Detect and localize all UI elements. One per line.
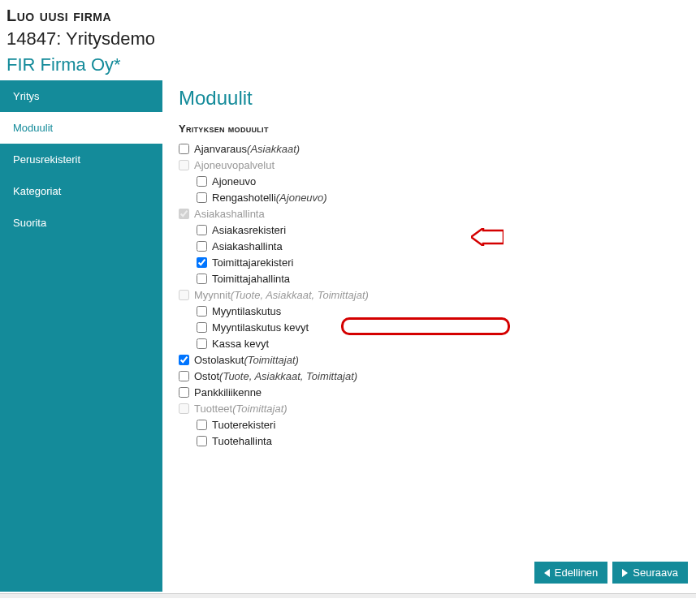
module-checkbox-pankkiliikenne[interactable]	[179, 387, 189, 398]
module-label: Ajoneuvo	[212, 174, 256, 189]
prev-button[interactable]: Edellinen	[534, 562, 608, 584]
module-row-ostolaskut: Ostolaskut (Toimittajat)	[179, 352, 680, 368]
module-label: Tuotehallinta	[212, 433, 272, 449]
sidebar-item-label: Perusrekisterit	[13, 153, 80, 166]
module-checkbox-rengashotelli[interactable]	[197, 192, 207, 203]
module-checkbox-myynnit	[179, 290, 189, 300]
module-label: Myyntilaskutus kevyt	[212, 320, 309, 335]
sidebar-item-moduulit[interactable]: Moduulit	[0, 112, 162, 144]
module-checkbox-kassa-kevyt[interactable]	[197, 338, 207, 349]
module-label: Tuoterekisteri	[212, 417, 275, 433]
sidebar-item-kategoriat[interactable]: Kategoriat	[0, 175, 162, 207]
module-row-kassa-kevyt: Kassa kevyt	[197, 336, 680, 351]
module-checkbox-myyntilaskutus[interactable]	[197, 306, 207, 317]
module-row-tuotehallinta: Tuotehallinta	[197, 433, 680, 449]
module-checkbox-ostolaskut[interactable]	[179, 355, 189, 365]
sidebar: YritysModuulitPerusrekisteritKategoriatS…	[0, 80, 162, 592]
module-label: Asiakashallinta	[212, 239, 283, 254]
module-label: Rengashotelli	[212, 190, 276, 205]
module-label: Asiakashallinta	[194, 206, 265, 222]
annotation-highlight-ostolaskut	[341, 317, 510, 335]
module-label: Ostolaskut	[194, 352, 244, 368]
module-row-ajanvaraus: Ajanvaraus (Asiakkaat)	[179, 141, 680, 157]
content-area: Moduulit Yrityksen moduulit Ajanvaraus (…	[162, 80, 696, 592]
module-row-tuotteet: Tuotteet (Toimittajat)	[179, 401, 680, 416]
sidebar-item-perusrekisterit[interactable]: Perusrekisterit	[0, 144, 162, 175]
bottom-divider	[0, 593, 696, 598]
sidebar-item-suorita[interactable]: Suorita	[0, 207, 162, 239]
next-button[interactable]: Seuraava	[612, 562, 688, 584]
module-row-ajoneuvopalvelut: Ajoneuvopalvelut	[179, 157, 680, 173]
module-row-toimittajarekisteri: Toimittajarekisteri	[197, 255, 680, 270]
company-name: FIR Firma Oy*	[6, 54, 690, 75]
module-row-ostot: Ostot (Tuote, Asiakkaat, Toimittajat)	[179, 368, 680, 384]
module-checkbox-tuoterekisteri[interactable]	[197, 420, 207, 430]
module-label: Ostot	[194, 368, 219, 384]
sidebar-item-label: Suorita	[13, 217, 46, 229]
module-checkbox-asiakasrekisteri[interactable]	[197, 225, 207, 235]
module-checkbox-myyntilaskutus-kevyt[interactable]	[197, 322, 207, 333]
module-row-rengashotelli: Rengashotelli (Ajoneuvo)	[197, 190, 680, 205]
company-id: 14847: Yritysdemo	[6, 28, 690, 50]
module-row-asiakashallinta-top: Asiakashallinta	[179, 206, 680, 222]
module-row-pankkiliikenne: Pankkiliikenne	[179, 385, 680, 400]
page-title: Luo uusi firma	[6, 6, 690, 25]
module-label: Toimittajahallinta	[212, 271, 290, 286]
module-label: Ajoneuvopalvelut	[194, 157, 275, 173]
sidebar-item-label: Moduulit	[13, 122, 53, 134]
module-checkbox-asiakashallinta-top	[179, 209, 189, 219]
module-dependency: (Toimittajat)	[244, 352, 298, 368]
module-label: Tuotteet	[194, 401, 232, 416]
footer-buttons: Edellinen Seuraava	[534, 562, 688, 584]
content-title: Moduulit	[179, 87, 680, 110]
module-row-asiakasrekisteri: Asiakasrekisteri	[197, 222, 680, 238]
page-header: Luo uusi firma 14847: Yritysdemo FIR Fir…	[0, 0, 696, 80]
module-label: Ajanvaraus	[194, 141, 247, 157]
module-dependency: (Tuote, Asiakkaat, Toimittajat)	[231, 287, 369, 303]
module-label: Myyntilaskutus	[212, 304, 281, 319]
module-dependency: (Ajoneuvo)	[276, 190, 327, 205]
section-label: Yrityksen moduulit	[179, 123, 680, 135]
module-checkbox-toimittajahallinta[interactable]	[197, 274, 207, 284]
module-checkbox-ajanvaraus[interactable]	[179, 144, 189, 154]
module-label: Myynnit	[194, 287, 231, 303]
module-checkbox-tuotehallinta[interactable]	[197, 436, 207, 446]
module-row-myynnit: Myynnit (Tuote, Asiakkaat, Toimittajat)	[179, 287, 680, 303]
module-label: Pankkiliikenne	[194, 385, 262, 400]
sidebar-item-label: Kategoriat	[13, 185, 61, 197]
module-dependency: (Toimittajat)	[232, 401, 287, 416]
module-row-tuoterekisteri: Tuoterekisteri	[197, 417, 680, 433]
module-row-ajoneuvo: Ajoneuvo	[197, 174, 680, 189]
module-checkbox-ajoneuvo[interactable]	[197, 176, 207, 187]
next-button-label: Seuraava	[633, 566, 678, 579]
module-checkbox-asiakashallinta[interactable]	[197, 241, 207, 252]
module-dependency: (Tuote, Asiakkaat, Toimittajat)	[219, 368, 357, 384]
module-tree: Ajanvaraus (Asiakkaat)AjoneuvopalvelutAj…	[179, 141, 680, 449]
module-row-asiakashallinta: Asiakashallinta	[197, 239, 680, 254]
module-checkbox-tuotteet	[179, 403, 189, 414]
sidebar-item-yritys[interactable]: Yritys	[0, 80, 162, 112]
main-layout: YritysModuulitPerusrekisteritKategoriatS…	[0, 80, 696, 592]
sidebar-item-label: Yritys	[13, 90, 40, 102]
annotation-arrow	[471, 228, 504, 248]
module-checkbox-toimittajarekisteri[interactable]	[197, 257, 207, 268]
module-label: Asiakasrekisteri	[212, 222, 286, 238]
module-label: Toimittajarekisteri	[212, 255, 293, 270]
chevron-left-icon	[544, 569, 550, 577]
chevron-right-icon	[622, 569, 628, 577]
module-checkbox-ajoneuvopalvelut	[179, 160, 189, 170]
module-checkbox-ostot[interactable]	[179, 371, 189, 381]
module-dependency: (Asiakkaat)	[247, 141, 300, 157]
module-row-toimittajahallinta: Toimittajahallinta	[197, 271, 680, 286]
prev-button-label: Edellinen	[555, 566, 599, 579]
module-label: Kassa kevyt	[212, 336, 269, 351]
